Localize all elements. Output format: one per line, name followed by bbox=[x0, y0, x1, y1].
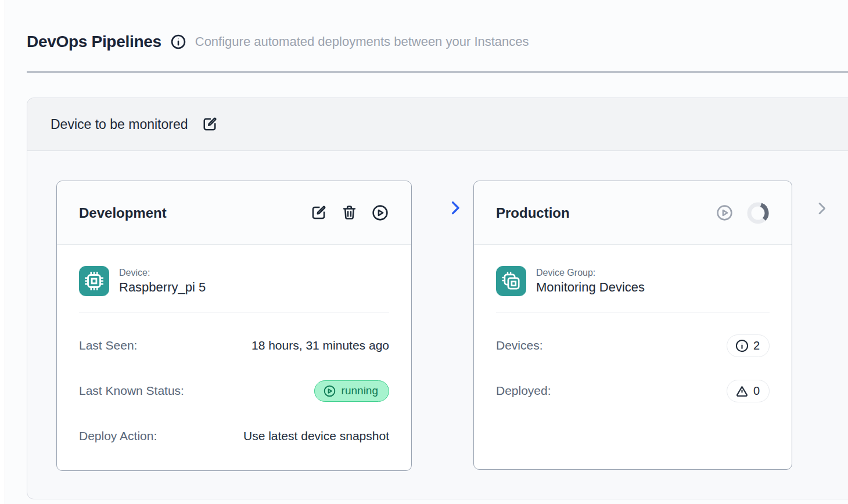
status-row: Last Known Status: running bbox=[79, 379, 389, 403]
device-label: Device: bbox=[119, 268, 206, 278]
device-group-row: Device Group: Monitoring Devices bbox=[496, 266, 770, 296]
production-card-header: Production bbox=[474, 181, 792, 245]
development-actions bbox=[310, 204, 389, 222]
page-header: DevOps Pipelines Configure automated dep… bbox=[27, 33, 529, 51]
edit-instance-icon[interactable] bbox=[310, 204, 328, 222]
run-pipeline-icon[interactable] bbox=[371, 204, 389, 222]
production-card-body: Device Group: Monitoring Devices Devices… bbox=[474, 245, 792, 403]
page-subtitle: Configure automated deployments between … bbox=[195, 34, 529, 49]
chip-icon bbox=[79, 266, 109, 296]
development-card-header: Development bbox=[57, 181, 411, 245]
instance-card-production: Production bbox=[473, 181, 792, 470]
card-divider bbox=[496, 312, 770, 312]
instance-card-development: Development bbox=[56, 181, 412, 471]
deployed-count: 0 bbox=[753, 384, 760, 398]
edit-pipeline-icon[interactable] bbox=[201, 116, 218, 133]
devices-label: Devices: bbox=[496, 339, 543, 352]
run-pipeline-disabled-icon bbox=[716, 204, 734, 222]
deployed-count-badge[interactable]: 0 bbox=[727, 380, 770, 402]
deployed-row: Deployed: 0 bbox=[496, 379, 770, 403]
chip-group-icon bbox=[496, 266, 526, 296]
production-title: Production bbox=[496, 205, 570, 221]
last-seen-row: Last Seen: 18 hours, 31 minutes ago bbox=[79, 333, 389, 358]
header-divider bbox=[27, 71, 848, 73]
delete-instance-icon[interactable] bbox=[340, 204, 358, 222]
page-title: DevOps Pipelines bbox=[27, 33, 161, 51]
devices-count: 2 bbox=[753, 339, 760, 352]
development-card-body: Device: Raspberry_pi 5 Last Seen: 18 hou… bbox=[57, 245, 411, 448]
device-group-name: Monitoring Devices bbox=[536, 280, 645, 295]
loading-spinner-icon bbox=[746, 201, 770, 225]
development-title: Development bbox=[79, 205, 167, 221]
deploy-action-value: Use latest device snapshot bbox=[243, 429, 389, 443]
device-row: Device: Raspberry_pi 5 bbox=[79, 266, 389, 296]
play-circle-icon bbox=[323, 384, 336, 398]
deploy-action-label: Deploy Action: bbox=[79, 429, 157, 443]
last-seen-label: Last Seen: bbox=[79, 339, 137, 352]
pipeline-panel: Device to be monitored Development bbox=[27, 98, 848, 499]
info-icon[interactable] bbox=[170, 34, 186, 50]
status-badge: running bbox=[314, 380, 389, 402]
devices-row: Devices: 2 bbox=[496, 333, 770, 358]
production-actions bbox=[716, 201, 770, 225]
pipeline-title: Device to be monitored bbox=[51, 117, 188, 132]
status-label: Last Known Status: bbox=[79, 384, 184, 398]
info-icon bbox=[735, 339, 749, 353]
deployed-label: Deployed: bbox=[496, 384, 551, 398]
pipeline-flow-chevron-icon bbox=[447, 199, 464, 217]
status-value: running bbox=[342, 384, 378, 397]
next-stage-chevron-icon[interactable] bbox=[814, 200, 830, 217]
card-divider bbox=[79, 312, 389, 312]
device-group-label: Device Group: bbox=[536, 268, 645, 278]
deploy-action-row: Deploy Action: Use latest device snapsho… bbox=[79, 424, 389, 448]
device-name: Raspberry_pi 5 bbox=[119, 280, 206, 295]
last-seen-value: 18 hours, 31 minutes ago bbox=[251, 339, 389, 352]
pipeline-panel-header: Device to be monitored bbox=[27, 98, 848, 151]
devices-count-badge[interactable]: 2 bbox=[727, 334, 770, 357]
page: DevOps Pipelines Configure automated dep… bbox=[5, 0, 848, 504]
warning-triangle-icon bbox=[735, 384, 749, 398]
